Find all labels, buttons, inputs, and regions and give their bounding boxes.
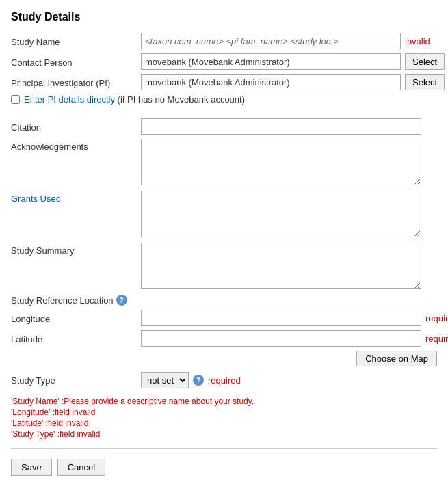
grants-used-label: Grants Used <box>11 191 141 204</box>
latitude-input[interactable] <box>141 330 421 347</box>
study-name-field-wrap: invalid <box>141 33 437 49</box>
pi-field-wrap: Select <box>141 74 445 90</box>
button-row: Save Cancel <box>11 459 437 476</box>
longitude-input[interactable] <box>141 310 421 326</box>
study-summary-field-wrap <box>141 243 437 289</box>
error-message-item: 'Study Type' :field invalid <box>11 429 437 439</box>
grants-used-field-wrap <box>141 191 437 237</box>
contact-person-field-wrap: Select <box>141 53 445 70</box>
acknowledgements-row: Acknowledgements <box>11 139 437 185</box>
citation-row: Citation <box>11 118 437 135</box>
acknowledgements-label: Acknowledgements <box>11 139 141 152</box>
acknowledgements-textarea[interactable] <box>141 139 421 185</box>
study-ref-location-row: Study Reference Location ? <box>11 295 437 306</box>
divider <box>11 448 437 449</box>
study-ref-help-icon[interactable]: ? <box>116 295 127 306</box>
contact-person-label: Contact Person <box>11 56 141 68</box>
pi-checkbox-label: Enter PI details directly (if PI has no … <box>24 94 245 105</box>
longitude-row: Longitude required <box>11 310 437 326</box>
study-name-label: Study Name <box>11 36 141 47</box>
study-type-select[interactable]: not set <box>141 372 189 388</box>
study-type-label: Study Type <box>11 375 141 386</box>
study-name-invalid: invalid <box>405 36 430 46</box>
pi-select-button[interactable]: Select <box>405 74 445 90</box>
citation-field-wrap <box>141 118 437 135</box>
study-type-row: Study Type not set ? required <box>11 372 437 388</box>
choose-map-row: Choose on Map <box>11 351 437 366</box>
study-details-form: Study Name invalid Contact Person Select… <box>11 33 437 476</box>
cancel-button[interactable]: Cancel <box>57 459 105 476</box>
contact-select-button[interactable]: Select <box>405 53 445 70</box>
study-type-field-wrap: not set ? required <box>141 372 241 388</box>
save-button[interactable]: Save <box>11 459 52 476</box>
pi-label: Principal Investigator (PI) <box>11 77 141 88</box>
study-type-required: required <box>208 375 241 386</box>
grants-used-textarea[interactable] <box>141 191 421 237</box>
study-summary-row: Study Summary <box>11 243 437 289</box>
page-title: Study Details <box>11 11 437 23</box>
error-message-item: 'Study Name' :Please provide a descripti… <box>11 396 437 406</box>
study-summary-label: Study Summary <box>11 243 141 256</box>
error-message-item: 'Longitude' :field invalid <box>11 407 437 417</box>
study-name-input[interactable] <box>141 33 401 49</box>
contact-person-input[interactable] <box>141 53 401 70</box>
longitude-label: Longitude <box>11 312 141 324</box>
pi-checkbox-row: Enter PI details directly (if PI has no … <box>11 94 437 105</box>
pi-direct-checkbox[interactable] <box>11 95 20 104</box>
contact-person-row: Contact Person Select <box>11 53 437 70</box>
error-messages: 'Study Name' :Please provide a descripti… <box>11 396 437 439</box>
longitude-required: required <box>425 313 448 323</box>
pi-row: Principal Investigator (PI) Select <box>11 74 437 90</box>
latitude-field-wrap: required <box>141 330 448 347</box>
study-ref-location-label: Study Reference Location <box>11 295 114 306</box>
citation-label: Citation <box>11 121 141 133</box>
latitude-required: required <box>425 334 448 344</box>
error-message-item: 'Latitude' :field invalid <box>11 418 437 428</box>
study-summary-textarea[interactable] <box>141 243 421 289</box>
longitude-field-wrap: required <box>141 310 448 326</box>
study-name-row: Study Name invalid <box>11 33 437 49</box>
pi-input[interactable] <box>141 74 401 90</box>
latitude-label: Latitude <box>11 333 141 345</box>
acknowledgements-field-wrap <box>141 139 437 185</box>
citation-input[interactable] <box>141 118 421 135</box>
choose-on-map-button[interactable]: Choose on Map <box>356 351 437 366</box>
study-type-help-icon[interactable]: ? <box>193 375 204 386</box>
grants-used-row: Grants Used <box>11 191 437 237</box>
latitude-row: Latitude required <box>11 330 437 347</box>
